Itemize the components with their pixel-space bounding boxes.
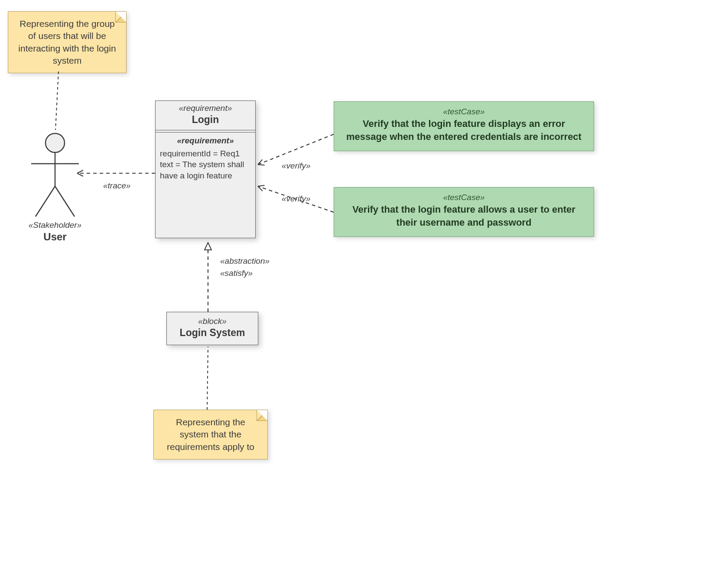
testcase-stereotype: «testCase» <box>344 107 584 116</box>
note-fold-icon <box>257 410 267 421</box>
requirement-header-stereotype: «requirement» <box>158 104 253 113</box>
svg-line-3 <box>36 186 55 217</box>
note-fold-icon <box>115 12 126 23</box>
note-user-group: Representing the group of users that wil… <box>8 11 127 73</box>
requirement-login: «requirement» Login «requirement» requir… <box>155 100 256 238</box>
svg-line-10 <box>207 346 208 410</box>
svg-line-4 <box>55 186 75 217</box>
svg-point-0 <box>46 133 65 152</box>
block-stereotype: «block» <box>176 317 249 326</box>
svg-line-7 <box>258 134 334 165</box>
requirement-id-line: requirementId = Req1 <box>160 148 251 159</box>
requirement-body-stereotype: «requirement» <box>160 135 251 146</box>
testcase-enter-credentials: «testCase» Verify that the login feature… <box>334 187 594 237</box>
actor-name: User <box>18 231 92 243</box>
requirement-text-line: text = The system shall have a login fea… <box>160 159 251 181</box>
actor-user: «Stakeholder» User <box>18 130 92 243</box>
edge-label-verify-2: «verify» <box>282 194 311 204</box>
actor-icon <box>18 130 92 219</box>
connectors <box>0 0 728 563</box>
svg-line-5 <box>55 71 58 130</box>
edge-label-verify-1: «verify» <box>282 161 311 171</box>
note-text: Representing the group of users that wil… <box>18 19 116 65</box>
actor-stereotype: «Stakeholder» <box>18 220 92 230</box>
testcase-body: Verify that the login feature displays a… <box>344 117 584 143</box>
testcase-body: Verify that the login feature allows a u… <box>344 203 584 229</box>
edge-label-satisfy: «satisfy» <box>220 269 253 278</box>
block-name: Login System <box>176 327 249 339</box>
diagram-canvas: Representing the group of users that wil… <box>0 0 728 563</box>
edge-label-trace: «trace» <box>103 181 130 191</box>
block-login-system: «block» Login System <box>166 312 258 345</box>
note-system: Representing the system that the require… <box>153 410 268 459</box>
edge-label-abstraction: «abstraction» <box>220 256 270 266</box>
testcase-error-message: «testCase» Verify that the login feature… <box>334 101 594 151</box>
requirement-header-name: Login <box>158 114 253 126</box>
testcase-stereotype: «testCase» <box>344 193 584 202</box>
note-text: Representing the system that the require… <box>167 417 254 452</box>
